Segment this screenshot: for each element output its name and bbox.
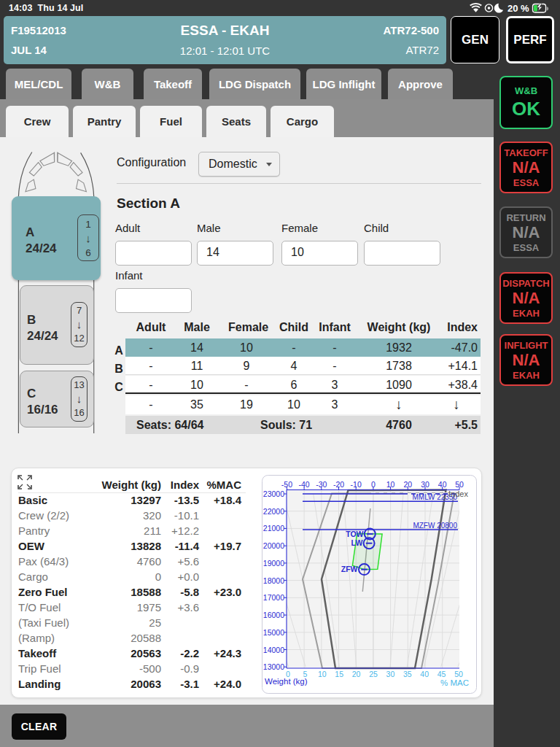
svg-text:25: 25 (369, 670, 378, 678)
svg-text:ZFW: ZFW (341, 565, 358, 573)
svg-text:-20: -20 (333, 480, 344, 489)
svg-text:21000: 21000 (263, 524, 284, 533)
svg-text:20: 20 (403, 480, 412, 489)
svg-text:14000: 14000 (263, 646, 284, 654)
svg-text:15000: 15000 (263, 628, 284, 637)
svg-text:-50: -50 (281, 480, 292, 489)
svg-text:30: 30 (421, 480, 429, 489)
svg-text:15: 15 (335, 670, 343, 678)
svg-text:Weight (kg): Weight (kg) (265, 677, 308, 686)
svg-text:0: 0 (371, 480, 376, 489)
svg-text:-10: -10 (351, 480, 362, 489)
svg-text:23000: 23000 (263, 489, 284, 498)
svg-text:50: 50 (455, 480, 464, 489)
svg-text:35: 35 (403, 670, 412, 678)
svg-text:45: 45 (438, 670, 446, 678)
svg-text:40: 40 (438, 480, 447, 489)
svg-text:20 %: 20 % (508, 3, 529, 14)
svg-text:% MAC: % MAC (440, 678, 469, 687)
svg-text:50: 50 (454, 670, 463, 678)
svg-text:TOW: TOW (346, 530, 363, 538)
svg-text:MZFW 20800: MZFW 20800 (413, 522, 457, 530)
svg-text:20000: 20000 (263, 541, 284, 550)
svg-text:16000: 16000 (263, 611, 284, 619)
svg-text:13000: 13000 (263, 662, 284, 671)
svg-text:22000: 22000 (263, 507, 284, 516)
svg-text:20: 20 (352, 670, 361, 678)
svg-text:Index: Index (448, 489, 468, 498)
svg-text:17000: 17000 (263, 593, 284, 602)
svg-text:18000: 18000 (263, 576, 284, 585)
svg-text:10: 10 (318, 670, 327, 678)
svg-text:LW: LW (351, 538, 363, 547)
svg-text:10: 10 (386, 480, 395, 489)
svg-text:19000: 19000 (263, 559, 284, 568)
svg-text:30: 30 (386, 670, 395, 678)
svg-text:40: 40 (420, 670, 429, 678)
svg-text:-40: -40 (299, 480, 310, 489)
svg-text:-30: -30 (316, 480, 327, 489)
